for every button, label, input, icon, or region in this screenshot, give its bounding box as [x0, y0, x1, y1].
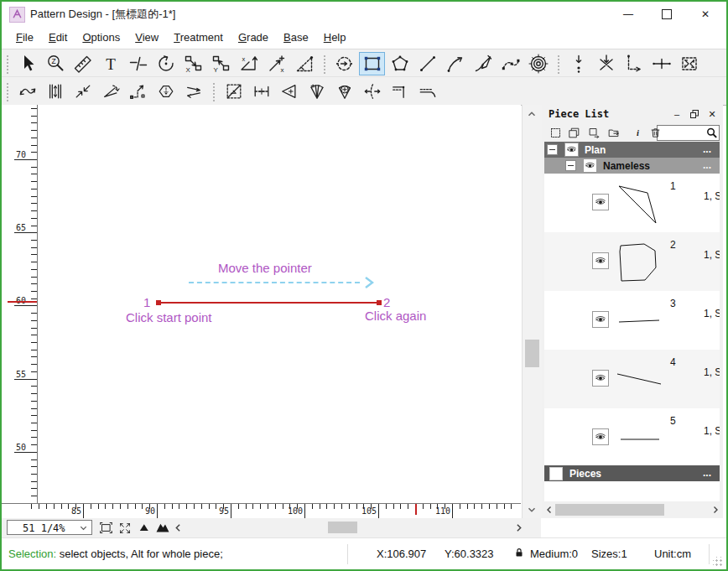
- fan-spread-tool-button[interactable]: [304, 80, 330, 103]
- horizontal-scroll-thumb[interactable]: [328, 522, 357, 533]
- plan-more-button[interactable]: ...: [703, 143, 711, 155]
- copy-arrow-button[interactable]: [586, 125, 601, 140]
- measure-tool-button[interactable]: [70, 52, 96, 75]
- delete-piece-button[interactable]: [647, 125, 663, 140]
- move-y-tool-button[interactable]: Y: [208, 52, 234, 75]
- parallel-adjust-tool-button[interactable]: [42, 80, 68, 103]
- pieces-more-button[interactable]: ...: [703, 467, 711, 479]
- panel-scroll-right-arrow[interactable]: [710, 505, 720, 515]
- nameless-visibility-toggle[interactable]: [583, 158, 597, 173]
- toolbar-grip[interactable]: [211, 81, 216, 101]
- item-visibility-toggle[interactable]: [592, 194, 609, 210]
- dart-angle-tool-button[interactable]: [97, 80, 123, 103]
- panel-scroll-thumb[interactable]: [555, 504, 664, 516]
- piece-item-row[interactable]: 31, S: [544, 291, 720, 350]
- menu-file[interactable]: File: [8, 27, 41, 49]
- piece-item-row[interactable]: 41, S: [544, 350, 720, 408]
- polygon-tool-button[interactable]: [387, 52, 413, 75]
- info-button[interactable]: i: [630, 125, 645, 140]
- rotate-tool-button[interactable]: [153, 52, 179, 75]
- copy-piece-button[interactable]: [566, 125, 581, 140]
- add-point-tool-button[interactable]: [565, 52, 591, 75]
- toolbar-grip[interactable]: [5, 81, 9, 101]
- nameless-more-button[interactable]: ...: [703, 159, 711, 171]
- collapse-nameless-icon[interactable]: [565, 160, 576, 171]
- menu-view[interactable]: View: [127, 27, 166, 49]
- cross-point-tool-button[interactable]: [648, 52, 674, 75]
- stretch-tool-button[interactable]: [248, 80, 274, 103]
- toolbar-grip[interactable]: [322, 54, 326, 74]
- panel-scroll-left-arrow[interactable]: [544, 505, 554, 515]
- flip-copy-tool-button[interactable]: [221, 80, 247, 103]
- drawing-canvas[interactable]: Move the pointer 1 2 Click start point C…: [38, 105, 521, 503]
- resize-grip[interactable]: [713, 557, 723, 567]
- scroll-right-arrow[interactable]: [510, 520, 527, 536]
- pen-tool-button[interactable]: [470, 52, 496, 75]
- line-tool-button[interactable]: [414, 52, 440, 75]
- piece-item-row[interactable]: 11, S: [544, 174, 720, 232]
- move-path-tool-button[interactable]: [125, 80, 151, 103]
- smooth-curve-tool-button[interactable]: [14, 80, 40, 103]
- transform-rect-tool-button[interactable]: [676, 52, 702, 75]
- cut-point-tool-button[interactable]: [593, 52, 619, 75]
- piece-item-row[interactable]: 51, S: [544, 408, 720, 467]
- break-line-tool-button[interactable]: [125, 52, 151, 75]
- fit-view-button[interactable]: [97, 520, 114, 536]
- scroll-down-arrow[interactable]: [526, 504, 538, 516]
- tree-row-plan[interactable]: Plan ...: [544, 142, 720, 158]
- collapse-plan-icon[interactable]: [547, 144, 558, 155]
- canvas-vertical-scrollbar[interactable]: [522, 105, 542, 518]
- menu-help[interactable]: Help: [316, 27, 354, 49]
- fan-rotate-tool-button[interactable]: [331, 80, 357, 103]
- menu-treatment[interactable]: Treatment: [166, 27, 231, 49]
- shrink-piece-tool-button[interactable]: [153, 80, 179, 103]
- panel-close-button[interactable]: ✕: [705, 106, 720, 122]
- move-x-tool-button[interactable]: X: [180, 52, 206, 75]
- item-visibility-toggle[interactable]: [592, 370, 609, 387]
- piece-item-row[interactable]: 21, S: [544, 232, 720, 291]
- zoom-in-preview-button[interactable]: [154, 520, 171, 536]
- spline-tool-button[interactable]: [497, 52, 523, 75]
- minimize-button[interactable]: —: [609, 2, 647, 27]
- expand-view-button[interactable]: [117, 520, 133, 536]
- spread-both-tool-button[interactable]: [359, 80, 385, 103]
- panel-minimize-button[interactable]: –: [669, 106, 684, 122]
- item-visibility-toggle[interactable]: [592, 252, 609, 269]
- plan-visibility-toggle[interactable]: [564, 143, 579, 157]
- zoom-level-combo[interactable]: 51 1/4%: [7, 520, 92, 535]
- menu-base[interactable]: Base: [276, 27, 316, 49]
- maximize-button[interactable]: [647, 2, 686, 27]
- curve-tool-button[interactable]: [442, 52, 468, 75]
- line-trim-tool-button[interactable]: [414, 80, 440, 103]
- adjust-xy-tool-button[interactable]: x: [263, 52, 289, 75]
- circle-tool-button[interactable]: [525, 52, 551, 75]
- tree-row-nameless[interactable]: Nameless ...: [544, 158, 720, 174]
- corner-trim-tool-button[interactable]: [387, 80, 413, 103]
- compare-length-tool-button[interactable]: [291, 52, 317, 75]
- import-piece-button[interactable]: [606, 125, 621, 140]
- dart-transfer-tool-button[interactable]: [276, 80, 302, 103]
- zoom-out-preview-button[interactable]: [136, 520, 153, 536]
- piece-search-input[interactable]: [658, 127, 705, 138]
- corner-point-tool-button[interactable]: [621, 52, 647, 75]
- select-tool-button[interactable]: [14, 52, 40, 75]
- menu-options[interactable]: Options: [75, 27, 127, 49]
- point-tool-button[interactable]: [331, 52, 357, 75]
- item-visibility-toggle[interactable]: [592, 428, 609, 445]
- panel-float-button[interactable]: [687, 106, 702, 122]
- new-piece-button[interactable]: [548, 125, 563, 140]
- panel-horizontal-scrollbar[interactable]: [542, 501, 723, 518]
- vertical-scroll-thumb[interactable]: [525, 340, 539, 367]
- exchange-line-tool-button[interactable]: [180, 80, 206, 103]
- menu-edit[interactable]: Edit: [41, 27, 75, 49]
- zoom-tool-button[interactable]: Z: [42, 52, 68, 75]
- tree-row-pieces[interactable]: Pieces ...: [544, 465, 720, 481]
- menu-grade[interactable]: Grade: [231, 27, 276, 49]
- text-tool-button[interactable]: T: [97, 52, 123, 75]
- toolbar-grip[interactable]: [5, 54, 9, 74]
- scroll-up-arrow[interactable]: [526, 108, 538, 120]
- pieces-checkbox[interactable]: [549, 467, 563, 480]
- symmetry-move-tool-button[interactable]: [70, 80, 96, 103]
- adjust-x-tool-button[interactable]: x: [236, 52, 262, 75]
- item-visibility-toggle[interactable]: [592, 311, 609, 328]
